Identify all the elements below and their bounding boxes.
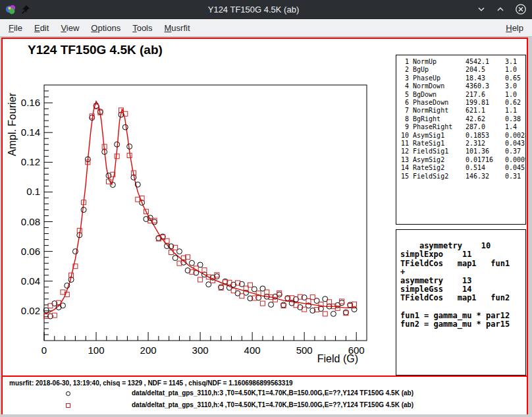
window-title: Y124 TF150G 4.5K (ab)	[30, 5, 477, 14]
legend-row: data/deltat_pta_gps_3110,h:4 ,T0=4.50K,T…	[3, 401, 527, 412]
menu-item-musrfit[interactable]: Musrfit	[159, 20, 196, 36]
maximize-button[interactable]	[496, 5, 505, 14]
theory-text: asymmetry 10 simplExpo 11 TFieldCos map1…	[400, 241, 510, 329]
circle-marker-icon	[66, 391, 70, 396]
svg-text:100: 100	[88, 345, 105, 356]
legend-text: data/deltat_pta_gps_3110,h:4 ,T0=4.50K,T…	[132, 401, 413, 408]
menu-item-view[interactable]: View	[55, 20, 85, 36]
app-icon[interactable]	[5, 4, 16, 15]
svg-text:0.04: 0.04	[21, 275, 40, 287]
param-row: 15FieldSig2146.320.31	[400, 173, 525, 181]
param-row: 2BgUp204.51.0	[400, 66, 525, 74]
svg-text:0: 0	[41, 345, 47, 356]
svg-text:0.02: 0.02	[21, 305, 40, 316]
close-button[interactable]	[515, 3, 527, 15]
svg-text:0.12: 0.12	[21, 156, 40, 167]
titlebar: Y124 TF150G 4.5K (ab)	[0, 0, 532, 19]
minimize-button[interactable]	[477, 5, 486, 14]
svg-text:500: 500	[296, 345, 313, 356]
menubar: FileEditViewOptionsToolsMusrfit Help	[0, 19, 532, 37]
param-row: 8BgRight42.620.38	[400, 115, 525, 123]
root-canvas[interactable]: Y124 TF150G 4.5K (ab) Ampl. Fourier Fiel…	[1, 38, 528, 414]
param-row: 10AsymSig10.18530.0028	[400, 132, 525, 140]
window-controls	[477, 3, 527, 15]
plot-title: Y124 TF150G 4.5K (ab)	[28, 43, 163, 57]
svg-text:400: 400	[244, 345, 261, 356]
svg-text:0.08: 0.08	[21, 216, 40, 227]
theory-box: asymmetry 10 simplExpo 11 TFieldCos map1…	[396, 229, 526, 375]
fit-parameter-box: 1NormUp4542.13.12BgUp204.51.03PhaseUp18.…	[396, 55, 526, 225]
menu-item-tools[interactable]: Tools	[126, 20, 158, 36]
svg-text:600: 600	[348, 345, 365, 356]
param-row: 13AsymSig20.017160.00098	[400, 156, 525, 164]
titlebar-icons	[5, 4, 30, 15]
svg-text:300: 300	[192, 345, 209, 356]
fit-stats-line: musrfit: 2018-06-30, 13:19:40, chisq = 1…	[9, 379, 293, 387]
info-pad: musrfit: 2018-06-30, 13:19:40, chisq = 1…	[3, 375, 527, 414]
param-row: 9PhaseRight287.01.4	[400, 123, 525, 131]
menu-items: FileEditViewOptionsToolsMusrfit	[3, 19, 196, 36]
param-row: 4NormDown4360.33.0	[400, 82, 525, 90]
param-row: 7NormRight621.11.1	[400, 107, 525, 115]
param-row: 12FieldSig1101.360.37	[400, 148, 525, 155]
param-row: 11RateSig12.3120.043	[400, 140, 525, 148]
y-axis-title: Ampl. Fourier	[7, 92, 18, 156]
param-row: 6PhaseDown199.810.62	[400, 99, 525, 107]
param-rows: 1NormUp4542.13.12BgUp204.51.03PhaseUp18.…	[400, 58, 525, 181]
svg-text:0.1: 0.1	[26, 186, 40, 197]
svg-text:200: 200	[140, 345, 157, 356]
param-row: 5BgDown217.61.0	[400, 91, 525, 99]
param-row: 1NormUp4542.13.1	[400, 58, 525, 66]
svg-text:0.06: 0.06	[21, 246, 40, 257]
legend-text: data/deltat_pta_gps_3110,h:3 ,T0=4.50K,T…	[132, 389, 413, 397]
menu-item-help[interactable]: Help	[500, 20, 529, 36]
param-row: 14RateSig20.5140.045	[400, 164, 525, 172]
menu-item-file[interactable]: File	[3, 20, 28, 36]
svg-text:0.14: 0.14	[21, 126, 40, 138]
pin-icon[interactable]	[21, 5, 30, 14]
square-marker-icon	[66, 403, 70, 408]
menu-item-edit[interactable]: Edit	[28, 20, 55, 36]
chart-layer: 01002003004005006000.020.040.060.080.10.…	[21, 85, 367, 356]
param-row: 3PhaseUp18.430.65	[400, 74, 525, 82]
menu-item-options[interactable]: Options	[85, 20, 126, 36]
plot-area[interactable]: Y124 TF150G 4.5K (ab) Ampl. Fourier Fiel…	[3, 39, 396, 376]
legend-row: data/deltat_pta_gps_3110,h:3 ,T0=4.50K,T…	[3, 389, 527, 401]
svg-text:0.16: 0.16	[21, 97, 40, 108]
